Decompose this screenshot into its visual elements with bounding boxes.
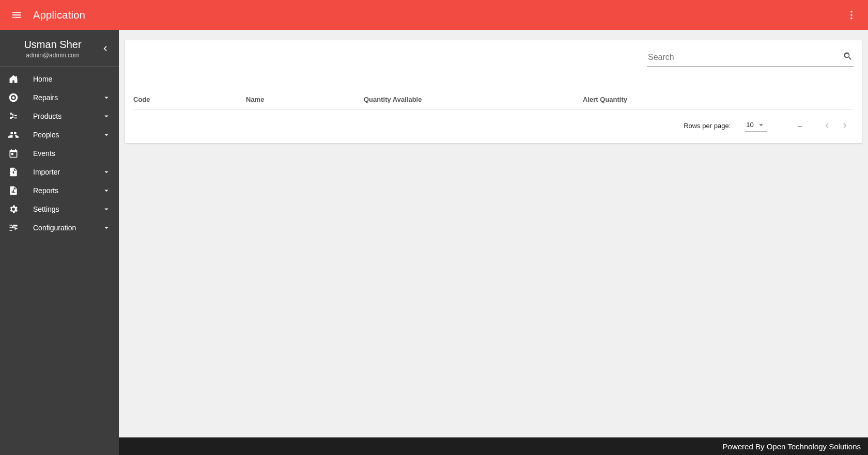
rows-per-page-select[interactable]: 10 — [745, 120, 767, 132]
sidebar: Usman Sher admin@admin.com Home Repairs — [0, 30, 119, 455]
sidebar-item-label: Repairs — [33, 93, 101, 102]
chevron-down-icon — [101, 111, 112, 121]
chevron-down-icon — [101, 204, 112, 214]
chevron-right-icon — [840, 120, 850, 131]
search-field — [647, 50, 854, 67]
sidebar-user: Usman Sher admin@admin.com — [0, 30, 119, 67]
rows-per-page-value: 10 — [746, 121, 753, 129]
sidebar-item-importer[interactable]: Importer — [0, 163, 119, 181]
prev-page-button[interactable] — [818, 117, 835, 134]
menu-toggle-button[interactable] — [7, 6, 26, 24]
column-header-name[interactable]: Name — [246, 96, 364, 103]
sidebar-item-settings[interactable]: Settings — [0, 200, 119, 218]
main-content: Code Name Quantity Available Alert Quant… — [119, 30, 868, 455]
column-header-qty[interactable]: Quantity Available — [364, 96, 583, 103]
footer-text: Powered By Open Technology Solutions — [723, 442, 861, 451]
search-icon[interactable] — [842, 51, 854, 62]
chevron-down-icon — [101, 92, 112, 103]
sidebar-item-events[interactable]: Events — [0, 144, 119, 163]
column-header-code[interactable]: Code — [133, 96, 246, 103]
chevron-down-icon — [101, 185, 112, 196]
more-vert-icon — [846, 9, 857, 21]
report-icon — [7, 184, 20, 197]
user-name: Usman Sher — [7, 38, 98, 51]
tree-icon — [7, 110, 20, 122]
next-page-button[interactable] — [837, 117, 854, 134]
sidebar-item-label: Events — [33, 149, 112, 158]
pagination-range: – — [798, 122, 802, 130]
chevron-down-icon — [101, 167, 112, 177]
search-input[interactable] — [647, 50, 854, 66]
sidebar-item-label: Products — [33, 112, 101, 120]
more-button[interactable] — [842, 6, 861, 24]
sidebar-item-peoples[interactable]: Peoples — [0, 125, 119, 144]
sidebar-item-label: Importer — [33, 168, 101, 176]
app-title: Application — [33, 9, 85, 21]
svg-point-2 — [850, 18, 853, 20]
file-upload-icon — [7, 166, 20, 178]
chevron-left-icon — [822, 120, 832, 131]
sidebar-collapse-button[interactable] — [98, 42, 112, 55]
sidebar-item-reports[interactable]: Reports — [0, 181, 119, 200]
sidebar-item-configuration[interactable]: Configuration — [0, 218, 119, 237]
appbar: Application — [0, 0, 868, 30]
table-header-row: Code Name Quantity Available Alert Quant… — [133, 96, 854, 110]
sidebar-item-products[interactable]: Products — [0, 107, 119, 125]
sidebar-item-repairs[interactable]: Repairs — [0, 88, 119, 107]
lifebuoy-icon — [7, 91, 20, 104]
chevron-down-icon — [101, 130, 112, 140]
calendar-icon — [7, 147, 20, 160]
svg-point-0 — [850, 11, 853, 13]
sidebar-item-home[interactable]: Home — [0, 70, 119, 88]
gear-icon — [7, 203, 20, 215]
table-pagination: Rows per page: 10 – — [125, 110, 862, 141]
user-email: admin@admin.com — [7, 52, 98, 59]
chevron-left-icon — [100, 43, 110, 54]
sidebar-item-label: Peoples — [33, 131, 101, 139]
svg-point-1 — [850, 14, 853, 16]
tune-icon — [7, 222, 20, 234]
sidebar-item-label: Reports — [33, 186, 101, 195]
sidebar-menu: Home Repairs Products — [0, 67, 119, 237]
footer: Powered By Open Technology Solutions — [119, 437, 868, 455]
data-table: Code Name Quantity Available Alert Quant… — [133, 96, 854, 110]
chevron-down-icon — [101, 223, 112, 233]
sidebar-item-label: Home — [33, 75, 112, 83]
data-card: Code Name Quantity Available Alert Quant… — [125, 40, 862, 143]
home-icon — [7, 73, 20, 85]
sidebar-item-label: Settings — [33, 205, 101, 213]
hamburger-icon — [11, 9, 22, 21]
people-icon — [7, 129, 20, 141]
sidebar-item-label: Configuration — [33, 224, 101, 232]
rows-per-page-label: Rows per page: — [684, 122, 731, 130]
dropdown-icon — [757, 121, 765, 129]
column-header-alert[interactable]: Alert Quantity — [583, 96, 854, 103]
